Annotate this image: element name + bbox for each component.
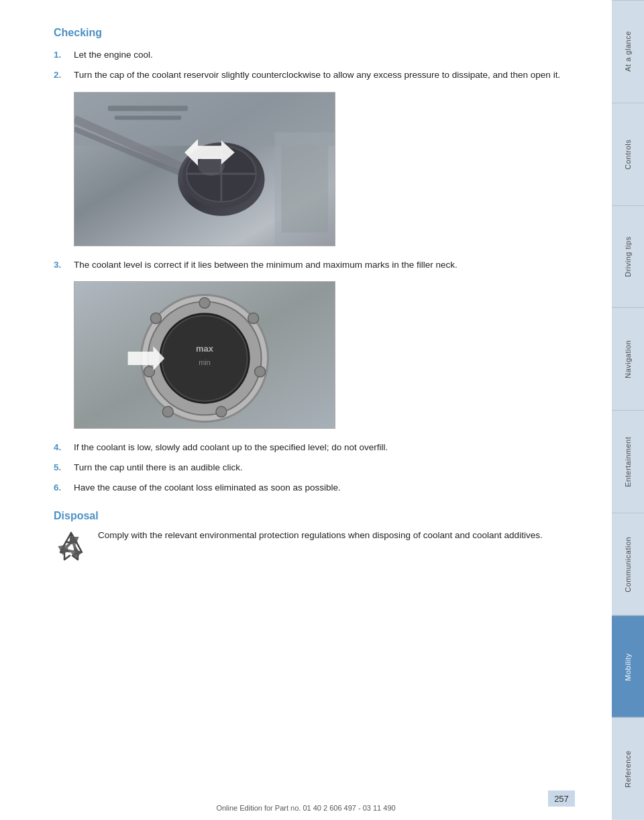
step-5-text: Turn the cap until there is an audible c…: [74, 461, 572, 474]
main-content: Checking 1. Let the engine cool. 2. Turn…: [0, 0, 612, 820]
disposal-text: Comply with the relevant environmental p…: [98, 529, 543, 543]
footer: Online Edition for Part no. 01 40 2 606 …: [0, 804, 612, 812]
svg-point-18: [199, 297, 210, 308]
coolant-cap-image: [74, 92, 335, 246]
image-1-wrapper: [74, 92, 572, 246]
svg-point-23: [144, 366, 154, 377]
step-6-text: Have the cause of the coolant loss elimi…: [74, 481, 572, 495]
svg-text:min: min: [199, 358, 211, 366]
step-2-text: Turn the cap of the coolant reservoir sl…: [74, 68, 572, 82]
step-6: 6. Have the cause of the coolant loss el…: [54, 481, 572, 495]
step-3-text: The coolant level is correct if it lies …: [74, 258, 572, 272]
svg-point-21: [216, 406, 227, 417]
steps-list-2: 3. The coolant level is correct if it li…: [54, 258, 572, 272]
steps-list-3: 4. If the coolant is low, slowly add coo…: [54, 441, 572, 495]
disposal-title: Disposal: [54, 510, 572, 522]
disposal-section: Disposal: [54, 510, 572, 565]
svg-point-20: [255, 366, 266, 377]
step-6-number: 6.: [54, 481, 74, 495]
step-4: 4. If the coolant is low, slowly add coo…: [54, 441, 572, 454]
step-4-text: If the coolant is low, slowly add coolan…: [74, 441, 572, 454]
sidebar-item-communication[interactable]: Communication: [612, 513, 644, 615]
image-2-wrapper: max min: [74, 281, 572, 429]
svg-text:max: max: [196, 344, 214, 354]
recycling-icon: [54, 530, 89, 565]
sidebar-label-reference: Reference: [624, 751, 632, 788]
svg-point-19: [248, 313, 259, 323]
sidebar-item-navigation[interactable]: Navigation: [612, 307, 644, 410]
step-3-number: 3.: [54, 258, 74, 272]
step-5-number: 5.: [54, 461, 74, 474]
step-1-number: 1.: [54, 48, 74, 62]
step-4-number: 4.: [54, 441, 74, 454]
sidebar-item-at-a-glance[interactable]: At a glance: [612, 0, 644, 103]
sidebar-label-communication: Communication: [624, 536, 632, 592]
steps-list: 1. Let the engine cool. 2. Turn the cap …: [54, 48, 572, 83]
sidebar-item-mobility[interactable]: Mobility: [612, 615, 644, 718]
footer-text: Online Edition for Part no. 01 40 2 606 …: [216, 804, 395, 812]
step-2-number: 2.: [54, 68, 74, 82]
svg-rect-14: [281, 146, 328, 232]
coolant-cap-svg: [74, 92, 335, 246]
step-3: 3. The coolant level is correct if it li…: [54, 258, 572, 272]
sidebar-item-entertainment[interactable]: Entertainment: [612, 410, 644, 513]
svg-rect-3: [115, 115, 181, 119]
svg-point-22: [162, 406, 173, 417]
sidebar-label-at-a-glance: At a glance: [624, 32, 632, 72]
svg-point-24: [150, 313, 161, 323]
disposal-content: Comply with the relevant environmental p…: [54, 529, 572, 565]
sidebar-item-driving-tips[interactable]: Driving tips: [612, 205, 644, 308]
sidebar: At a glance Controls Driving tips Naviga…: [612, 0, 644, 820]
step-5: 5. Turn the cap until there is an audibl…: [54, 461, 572, 474]
step-2: 2. Turn the cap of the coolant reservoir…: [54, 68, 572, 82]
sidebar-label-entertainment: Entertainment: [624, 436, 632, 486]
svg-rect-2: [108, 105, 188, 111]
sidebar-item-reference[interactable]: Reference: [612, 717, 644, 820]
sidebar-label-mobility: Mobility: [624, 653, 632, 680]
filler-neck-image: max min: [74, 281, 335, 429]
step-1: 1. Let the engine cool.: [54, 48, 572, 62]
step-1-text: Let the engine cool.: [74, 48, 572, 62]
sidebar-item-controls[interactable]: Controls: [612, 103, 644, 205]
sidebar-label-controls: Controls: [624, 139, 632, 169]
sidebar-label-navigation: Navigation: [624, 340, 632, 378]
section-title: Checking: [54, 27, 572, 39]
sidebar-label-driving-tips: Driving tips: [624, 236, 632, 276]
filler-neck-svg: max min: [74, 281, 335, 429]
